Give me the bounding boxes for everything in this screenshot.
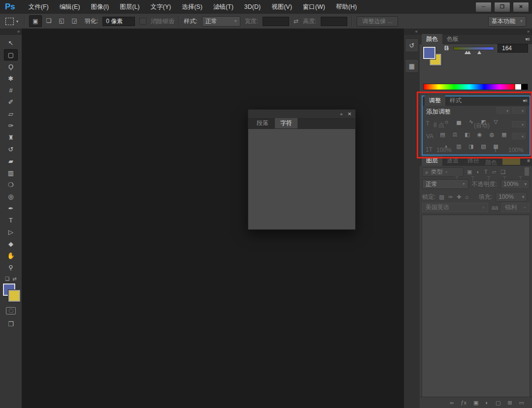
- panel-menu-icon[interactable]: ≡: [527, 158, 530, 163]
- close-button[interactable]: ✕: [513, 2, 529, 12]
- fill-input[interactable]: 100% ▾: [496, 192, 527, 202]
- menu-item[interactable]: 帮助(H): [331, 0, 362, 14]
- channel-mixer-icon[interactable]: ◍: [487, 130, 497, 138]
- tab-styles[interactable]: 样式: [445, 95, 466, 106]
- layers-list[interactable]: [422, 215, 530, 397]
- opacity-input[interactable]: 100% ▾: [500, 179, 530, 189]
- screen-mode-button[interactable]: ❐: [8, 320, 14, 328]
- width-input[interactable]: [263, 17, 289, 26]
- tab-paragraph[interactable]: 段落: [251, 118, 274, 128]
- menu-item[interactable]: 文件(F): [23, 0, 54, 14]
- channel-slider[interactable]: [453, 47, 494, 50]
- tab-adjustments[interactable]: 调整: [425, 95, 445, 106]
- vibrance-icon[interactable]: ▽: [491, 118, 501, 126]
- color-balance-icon[interactable]: ⚖: [450, 130, 460, 138]
- eyedropper-tool[interactable]: ✐: [4, 96, 18, 108]
- levels-icon[interactable]: ▅: [454, 118, 464, 126]
- gradient-tool[interactable]: ▥: [4, 167, 18, 179]
- delete-layer-icon[interactable]: ▭: [519, 400, 524, 406]
- color-lookup-icon[interactable]: ▦: [499, 130, 509, 138]
- dodge-tool[interactable]: ◎: [4, 191, 18, 202]
- tab-channels[interactable]: 通道: [442, 156, 463, 166]
- tab-color[interactable]: 颜色: [422, 34, 442, 44]
- threshold-icon[interactable]: ◨: [466, 142, 476, 150]
- brush-tool[interactable]: ✑: [4, 120, 18, 131]
- white-swatch[interactable]: [515, 84, 521, 90]
- refine-edge-button[interactable]: 调整边缘 ...: [357, 16, 398, 27]
- maximize-button[interactable]: ❐: [494, 2, 510, 12]
- filter-shape-layers-icon[interactable]: ▱: [492, 169, 496, 175]
- minimize-button[interactable]: ─: [475, 2, 492, 12]
- scrollbar-thumb[interactable]: [525, 167, 529, 176]
- filter-pixel-layers-icon[interactable]: ▣: [467, 169, 472, 175]
- black-swatch[interactable]: [521, 84, 528, 90]
- blend-mode-select[interactable]: 正常 ÷: [422, 179, 468, 189]
- layer-effects-icon[interactable]: ƒx: [461, 400, 466, 406]
- lock-all-icon[interactable]: ⌂: [465, 194, 468, 200]
- hand-tool[interactable]: ✋: [4, 250, 18, 261]
- clone-stamp-tool[interactable]: ♜: [4, 132, 18, 143]
- lock-transparency-icon[interactable]: ▨: [439, 194, 444, 200]
- path-selection-tool[interactable]: ▷: [4, 226, 18, 238]
- quick-mask-button[interactable]: [6, 307, 16, 314]
- eraser-tool[interactable]: ▰: [4, 156, 18, 167]
- panel-menu-icon[interactable]: ▾≡: [525, 36, 530, 42]
- color-spectrum[interactable]: [423, 84, 528, 90]
- menu-item[interactable]: 视图(V): [266, 0, 298, 14]
- blur-tool[interactable]: ❍: [4, 179, 18, 190]
- healing-brush-tool[interactable]: ▱: [4, 108, 18, 120]
- foreground-color-swatch[interactable]: [423, 47, 435, 59]
- zoom-tool[interactable]: ⚲: [4, 262, 18, 273]
- filter-type-layers-icon[interactable]: T: [484, 169, 488, 175]
- lasso-tool[interactable]: Ϙ: [4, 61, 18, 72]
- selection-subtract-icon[interactable]: ◱: [56, 15, 67, 26]
- panel-menu-icon[interactable]: ▾≡: [523, 98, 527, 103]
- menu-item[interactable]: 选择(S): [176, 0, 208, 14]
- filter-smart-objects-icon[interactable]: ❏: [500, 169, 505, 175]
- menu-item[interactable]: 3D(D): [239, 0, 266, 14]
- tab-paths[interactable]: 路径: [463, 156, 484, 166]
- move-tool[interactable]: ↖: [4, 37, 18, 49]
- close-panel-icon[interactable]: ✕: [348, 111, 352, 117]
- style-select[interactable]: 正常 ÷: [202, 16, 240, 27]
- posterize-icon[interactable]: ▥: [454, 142, 464, 150]
- type-tool[interactable]: T: [4, 215, 18, 226]
- new-group-icon[interactable]: ▢: [496, 400, 500, 406]
- workspace-select[interactable]: 基本功能 ÷: [488, 16, 526, 27]
- selection-intersect-icon[interactable]: ◲: [68, 15, 80, 26]
- black-white-icon[interactable]: ◧: [462, 130, 472, 138]
- menu-item[interactable]: 窗口(W): [298, 0, 331, 14]
- shape-tool[interactable]: ◆: [4, 238, 18, 250]
- pen-tool[interactable]: ✒: [4, 203, 18, 214]
- background-color-swatch[interactable]: [8, 290, 20, 302]
- menu-item[interactable]: 图层(L): [114, 0, 145, 14]
- hue-saturation-icon[interactable]: ▤: [437, 130, 448, 138]
- collapse-panel-icon[interactable]: «: [340, 112, 343, 117]
- add-layer-mask-icon[interactable]: ▣: [473, 400, 478, 406]
- history-brush-tool[interactable]: ↺: [4, 144, 18, 155]
- feather-input[interactable]: 0 像素: [102, 17, 135, 26]
- tab-layers[interactable]: 图层: [422, 156, 442, 166]
- slider-thumb-icon[interactable]: [477, 51, 481, 54]
- default-colors-icon[interactable]: ❏: [5, 276, 9, 282]
- menu-item[interactable]: 图像(I): [85, 0, 114, 14]
- menu-item[interactable]: 文字(Y): [145, 0, 177, 14]
- new-adjustment-layer-icon[interactable]: ◐: [485, 400, 489, 406]
- history-panel-icon[interactable]: ↺: [405, 38, 419, 52]
- lock-position-icon[interactable]: ✚: [457, 194, 461, 200]
- selection-add-icon[interactable]: ❏: [43, 15, 55, 26]
- tool-preset-picker[interactable]: ▾: [4, 17, 20, 26]
- properties-panel-icon[interactable]: ▦: [405, 59, 419, 73]
- spectrum-ramp[interactable]: [424, 84, 515, 90]
- tab-swatches[interactable]: 色板: [442, 34, 463, 44]
- menu-item[interactable]: 编辑(E): [54, 0, 86, 14]
- selection-new-icon[interactable]: ▣: [29, 15, 42, 27]
- rectangular-marquee-tool[interactable]: ▢: [4, 49, 18, 61]
- filter-adjustment-layers-icon[interactable]: ◐: [476, 169, 480, 175]
- antialias-checkbox[interactable]: [139, 18, 146, 25]
- dockstrip-collapse-icon[interactable]: «: [404, 29, 420, 35]
- toolbar-collapse-icon[interactable]: »: [0, 29, 22, 35]
- swap-dimensions-icon[interactable]: ⇄: [294, 18, 299, 25]
- swap-colors-icon[interactable]: ⇄: [12, 276, 16, 282]
- photo-filter-icon[interactable]: ◉: [474, 130, 485, 138]
